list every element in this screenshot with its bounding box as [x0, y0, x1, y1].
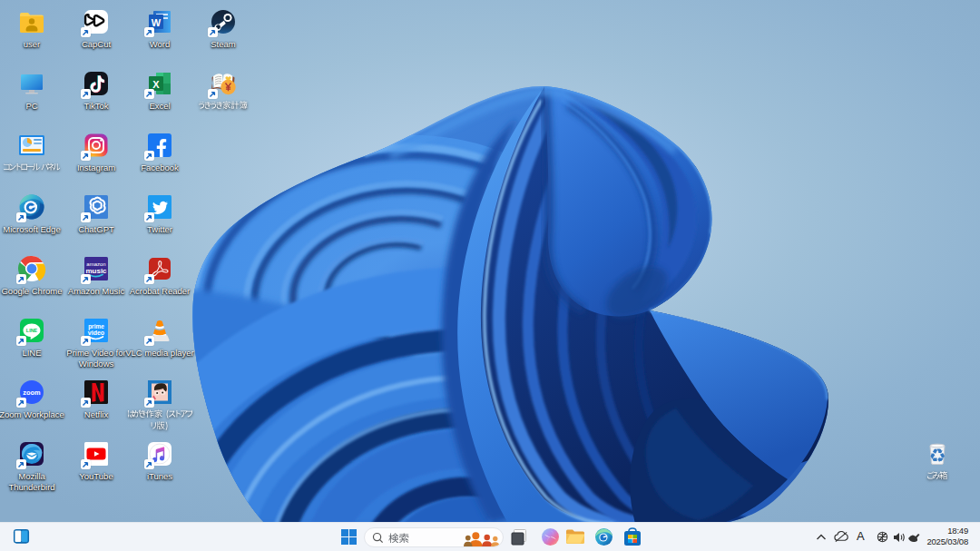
svg-text:zoom: zoom — [23, 389, 41, 397]
svg-text:LINE: LINE — [26, 328, 38, 333]
svg-text:video: video — [88, 330, 104, 336]
